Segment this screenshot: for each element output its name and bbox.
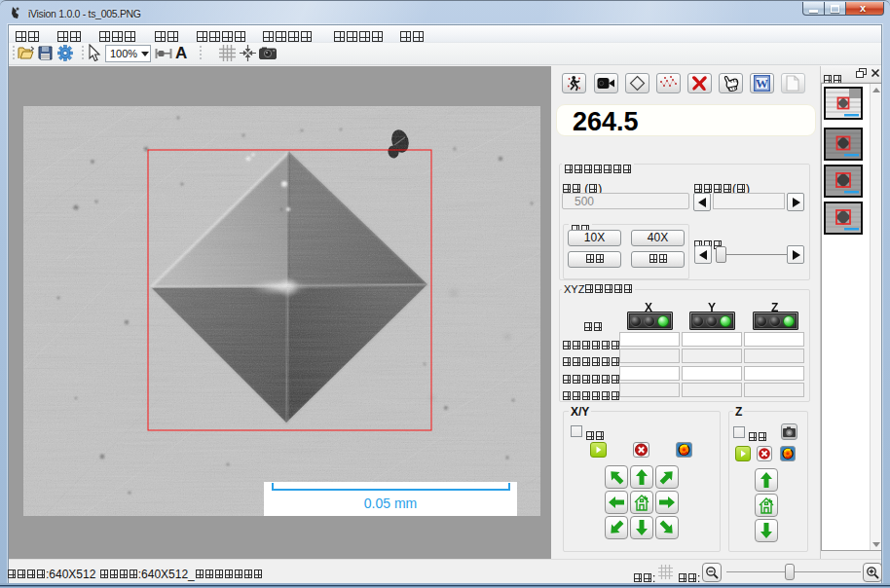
svg-text:W: W	[756, 76, 768, 91]
svg-text:0.05 mm: 0.05 mm	[364, 496, 417, 511]
